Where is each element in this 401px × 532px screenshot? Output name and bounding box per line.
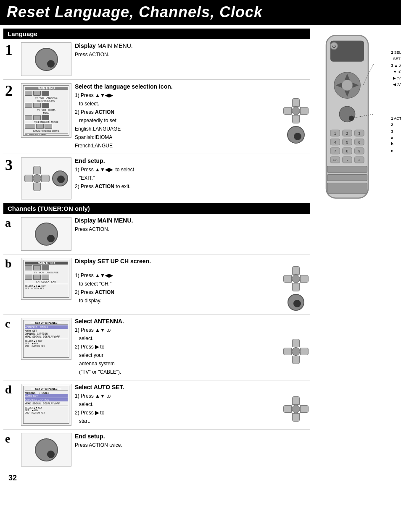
svg-text:•: • bbox=[347, 159, 348, 162]
step-2-title: Select the language selection icon. bbox=[75, 83, 309, 90]
step-c-row: c ---- SET UP CHANNEL ---- ANTENNA : CAB… bbox=[3, 314, 310, 380]
step-1-text: Display MAIN MENU. Press ACTION. bbox=[75, 42, 309, 59]
step-d-image: ---- SET UP CHANNEL ---- ANTENNA : CABLE… bbox=[21, 384, 71, 426]
svg-text:7: 7 bbox=[334, 149, 336, 153]
step-a-body: Press ACTION. bbox=[75, 225, 309, 233]
dpad-button-3 bbox=[24, 166, 50, 191]
dpad-button-c bbox=[283, 339, 309, 364]
step-b-image: MAIN MENU TV VCR LANGUAGE CH CLOCK EXIT bbox=[21, 258, 71, 300]
step-e-row: e End setup. Press ACTION twice. bbox=[3, 430, 310, 470]
dpad-button-2 bbox=[283, 98, 309, 123]
step-2-number: 2 bbox=[5, 83, 18, 98]
remote-legend: 2 SELECT/ SET 3 ▲ :CH UP ▼ :CH DOWN ▶ :V… bbox=[391, 50, 401, 154]
step-a-title: Display MAIN MENU. bbox=[75, 217, 309, 224]
action-button-b bbox=[288, 294, 304, 311]
svg-text:8: 8 bbox=[346, 149, 348, 153]
svg-text:6: 6 bbox=[358, 140, 360, 144]
svg-text:⏻: ⏻ bbox=[332, 44, 336, 48]
svg-rect-36 bbox=[327, 166, 367, 173]
step-3-row: 3 End setup. 1) Press ▲▼◀▶ to selec bbox=[3, 154, 310, 203]
dpad-button-d bbox=[283, 396, 309, 422]
svg-rect-38 bbox=[327, 183, 367, 194]
svg-text:4: 4 bbox=[334, 140, 336, 144]
step-a-number: a bbox=[5, 217, 18, 229]
step-3-body: 1) Press ▲▼◀▶ to select "EXIT." 2) Press… bbox=[75, 166, 309, 190]
press-label: Press bbox=[81, 167, 94, 173]
step-b-body: 1) Press ▲▼◀▶ to select "CH." 2) Press A… bbox=[75, 272, 280, 304]
svg-text:100: 100 bbox=[333, 159, 338, 162]
step-e-image bbox=[21, 433, 71, 466]
left-column: Language 1 Display MAIN MENU. Press ACTI… bbox=[3, 29, 310, 486]
main-menu-screen: MAIN MENU TV VCR LANGUAGE MENU PRINCIPAL… bbox=[23, 85, 69, 136]
step-3-text: End setup. 1) Press ▲▼◀▶ to select "EXIT… bbox=[75, 157, 309, 191]
step-d-row: d ---- SET UP CHANNEL ---- ANTENNA : CAB… bbox=[3, 380, 310, 430]
step-2-body: 1) Press ▲▼◀▶ to select. 2) Press ACTION… bbox=[75, 92, 280, 149]
step-c-image: ---- SET UP CHANNEL ---- ANTENNA : CABLE… bbox=[21, 318, 71, 360]
step-e-number: e bbox=[5, 433, 18, 445]
svg-text:2: 2 bbox=[346, 131, 348, 136]
svg-point-9 bbox=[342, 80, 353, 91]
action-button-3 bbox=[52, 170, 68, 186]
remote-control-container: ⏻ 1 2 3 bbox=[316, 33, 396, 202]
step-c-number: c bbox=[5, 318, 18, 330]
dpad-button-b bbox=[283, 266, 309, 291]
step-2-text: Select the language selection icon. 1) P… bbox=[75, 83, 309, 150]
action-button-2 bbox=[287, 126, 305, 144]
step-1-number: 1 bbox=[5, 42, 18, 58]
step-c-title: Select ANTENNA. bbox=[75, 318, 309, 325]
step-e-text: End setup. Press ACTION twice. bbox=[75, 433, 309, 450]
step-3-title: End setup. bbox=[75, 157, 309, 164]
step-e-title: End setup. bbox=[75, 433, 309, 440]
svg-text:1: 1 bbox=[334, 131, 336, 136]
step-d-title: Select AUTO SET. bbox=[75, 384, 309, 390]
step-1-row: 1 Display MAIN MENU. Press ACTION. bbox=[3, 39, 310, 80]
remote-control-svg: ⏻ 1 2 3 bbox=[316, 33, 379, 201]
antenna-screen: ---- SET UP CHANNEL ---- ANTENNA : CABLE… bbox=[23, 320, 69, 358]
step-b-row: b MAIN MENU TV VCR LANGUAGE bbox=[3, 254, 310, 314]
step-c-text: Select ANTENNA. 1) Press ▲▼ to select. 2… bbox=[75, 318, 309, 377]
step-b-number: b bbox=[5, 258, 18, 270]
step-1-title: Display MAIN MENU. bbox=[75, 42, 309, 49]
svg-text:9: 9 bbox=[358, 149, 360, 153]
page-title: Reset Language, Channels, Clock bbox=[0, 0, 401, 25]
page-number: 32 bbox=[3, 470, 310, 486]
step-2-pair: 1) Press ▲▼◀▶ to select. 2) Press ACTION… bbox=[75, 92, 309, 150]
step-a-text: Display MAIN MENU. Press ACTION. bbox=[75, 217, 309, 234]
svg-text:0: 0 bbox=[359, 159, 360, 162]
step-3-number: 3 bbox=[5, 157, 18, 173]
language-section-header: Language bbox=[3, 29, 310, 39]
step-d-number: d bbox=[5, 384, 18, 396]
step-a-row: a Display MAIN MENU. Press ACTION. bbox=[3, 214, 310, 254]
step-b-title: Display SET UP CH screen. bbox=[75, 258, 309, 265]
svg-text:5: 5 bbox=[346, 140, 348, 144]
step-e-body: Press ACTION twice. bbox=[75, 441, 309, 449]
svg-text:3: 3 bbox=[358, 131, 360, 136]
step-1-body: Press ACTION. bbox=[75, 51, 309, 58]
svg-rect-37 bbox=[327, 175, 367, 181]
step-1-image bbox=[21, 42, 71, 76]
action-button-graphic bbox=[35, 48, 58, 71]
ch-menu-screen: MAIN MENU TV VCR LANGUAGE CH CLOCK EXIT bbox=[23, 260, 69, 298]
step-2-image: MAIN MENU TV VCR LANGUAGE MENU PRINCIPAL… bbox=[21, 83, 71, 138]
step-c-body: 1) Press ▲▼ to select. 2) Press ▶ to sel… bbox=[75, 326, 280, 376]
action-button-e bbox=[35, 438, 58, 461]
step-b-text: Display SET UP CH screen. 1) Press ▲▼◀▶ … bbox=[75, 258, 309, 311]
step-a-image bbox=[21, 217, 71, 251]
right-column: ⏻ 1 2 3 bbox=[314, 29, 398, 486]
step-3-image bbox=[21, 157, 71, 199]
action-button-a bbox=[35, 223, 58, 246]
step-2-row: 2 MAIN MENU TV VCR LANGUAGE MENU PRINCIP… bbox=[3, 80, 310, 154]
autoset-screen: ---- SET UP CHANNEL ---- ANTENNA : CABLE… bbox=[23, 386, 69, 424]
step-d-text: Select AUTO SET. 1) Press ▲▼ to select. … bbox=[75, 384, 309, 426]
step-d-body: 1) Press ▲▼ to select. 2) Press ▶ to sta… bbox=[75, 392, 280, 425]
channels-section-header: Channels (TUNER:ON only) bbox=[3, 203, 310, 214]
